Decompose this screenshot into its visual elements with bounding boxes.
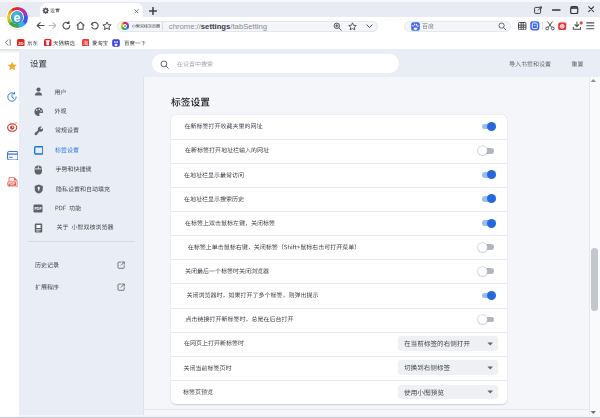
svg-text:JD: JD (18, 40, 23, 45)
svg-text:PDF: PDF (34, 207, 42, 211)
svg-text:PDF: PDF (8, 181, 15, 185)
